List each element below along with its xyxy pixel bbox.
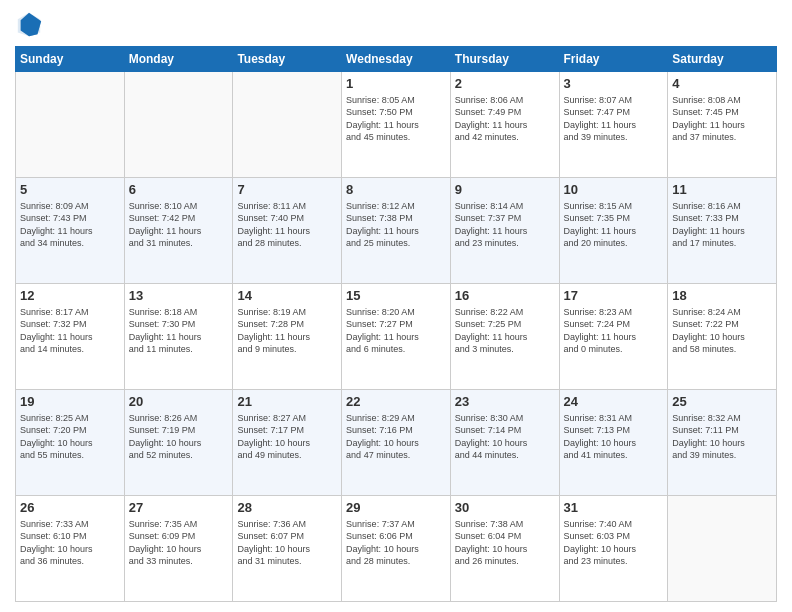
calendar-cell: 14Sunrise: 8:19 AM Sunset: 7:28 PM Dayli… <box>233 284 342 390</box>
day-info: Sunrise: 8:09 AM Sunset: 7:43 PM Dayligh… <box>20 200 120 250</box>
logo-icon <box>15 10 43 38</box>
calendar-cell: 8Sunrise: 8:12 AM Sunset: 7:38 PM Daylig… <box>342 178 451 284</box>
calendar-cell: 28Sunrise: 7:36 AM Sunset: 6:07 PM Dayli… <box>233 496 342 602</box>
day-info: Sunrise: 8:14 AM Sunset: 7:37 PM Dayligh… <box>455 200 555 250</box>
calendar-cell: 4Sunrise: 8:08 AM Sunset: 7:45 PM Daylig… <box>668 72 777 178</box>
calendar-cell: 13Sunrise: 8:18 AM Sunset: 7:30 PM Dayli… <box>124 284 233 390</box>
day-info: Sunrise: 8:05 AM Sunset: 7:50 PM Dayligh… <box>346 94 446 144</box>
day-number: 23 <box>455 393 555 411</box>
day-number: 11 <box>672 181 772 199</box>
day-info: Sunrise: 7:37 AM Sunset: 6:06 PM Dayligh… <box>346 518 446 568</box>
calendar-cell: 29Sunrise: 7:37 AM Sunset: 6:06 PM Dayli… <box>342 496 451 602</box>
day-info: Sunrise: 8:20 AM Sunset: 7:27 PM Dayligh… <box>346 306 446 356</box>
day-number: 25 <box>672 393 772 411</box>
day-info: Sunrise: 8:30 AM Sunset: 7:14 PM Dayligh… <box>455 412 555 462</box>
day-number: 26 <box>20 499 120 517</box>
calendar-cell: 10Sunrise: 8:15 AM Sunset: 7:35 PM Dayli… <box>559 178 668 284</box>
weekday-header-friday: Friday <box>559 47 668 72</box>
day-number: 21 <box>237 393 337 411</box>
day-info: Sunrise: 8:19 AM Sunset: 7:28 PM Dayligh… <box>237 306 337 356</box>
day-info: Sunrise: 8:16 AM Sunset: 7:33 PM Dayligh… <box>672 200 772 250</box>
weekday-header-wednesday: Wednesday <box>342 47 451 72</box>
page: SundayMondayTuesdayWednesdayThursdayFrid… <box>0 0 792 612</box>
calendar-table: SundayMondayTuesdayWednesdayThursdayFrid… <box>15 46 777 602</box>
calendar-cell: 16Sunrise: 8:22 AM Sunset: 7:25 PM Dayli… <box>450 284 559 390</box>
day-number: 27 <box>129 499 229 517</box>
day-number: 5 <box>20 181 120 199</box>
weekday-header-monday: Monday <box>124 47 233 72</box>
day-number: 18 <box>672 287 772 305</box>
calendar-cell: 18Sunrise: 8:24 AM Sunset: 7:22 PM Dayli… <box>668 284 777 390</box>
day-info: Sunrise: 8:32 AM Sunset: 7:11 PM Dayligh… <box>672 412 772 462</box>
header <box>15 10 777 38</box>
calendar-cell: 1Sunrise: 8:05 AM Sunset: 7:50 PM Daylig… <box>342 72 451 178</box>
calendar-cell: 3Sunrise: 8:07 AM Sunset: 7:47 PM Daylig… <box>559 72 668 178</box>
day-number: 22 <box>346 393 446 411</box>
week-row-3: 12Sunrise: 8:17 AM Sunset: 7:32 PM Dayli… <box>16 284 777 390</box>
day-info: Sunrise: 8:07 AM Sunset: 7:47 PM Dayligh… <box>564 94 664 144</box>
day-info: Sunrise: 8:17 AM Sunset: 7:32 PM Dayligh… <box>20 306 120 356</box>
day-number: 10 <box>564 181 664 199</box>
day-info: Sunrise: 7:40 AM Sunset: 6:03 PM Dayligh… <box>564 518 664 568</box>
calendar-cell <box>124 72 233 178</box>
day-number: 8 <box>346 181 446 199</box>
calendar-cell <box>233 72 342 178</box>
calendar-cell: 19Sunrise: 8:25 AM Sunset: 7:20 PM Dayli… <box>16 390 125 496</box>
calendar-cell: 26Sunrise: 7:33 AM Sunset: 6:10 PM Dayli… <box>16 496 125 602</box>
calendar-cell: 11Sunrise: 8:16 AM Sunset: 7:33 PM Dayli… <box>668 178 777 284</box>
day-info: Sunrise: 8:10 AM Sunset: 7:42 PM Dayligh… <box>129 200 229 250</box>
day-info: Sunrise: 8:23 AM Sunset: 7:24 PM Dayligh… <box>564 306 664 356</box>
day-number: 30 <box>455 499 555 517</box>
calendar-cell: 20Sunrise: 8:26 AM Sunset: 7:19 PM Dayli… <box>124 390 233 496</box>
calendar-cell: 7Sunrise: 8:11 AM Sunset: 7:40 PM Daylig… <box>233 178 342 284</box>
calendar-cell: 21Sunrise: 8:27 AM Sunset: 7:17 PM Dayli… <box>233 390 342 496</box>
calendar-cell: 31Sunrise: 7:40 AM Sunset: 6:03 PM Dayli… <box>559 496 668 602</box>
day-number: 28 <box>237 499 337 517</box>
calendar-cell <box>16 72 125 178</box>
calendar-cell: 5Sunrise: 8:09 AM Sunset: 7:43 PM Daylig… <box>16 178 125 284</box>
day-number: 4 <box>672 75 772 93</box>
calendar-cell: 9Sunrise: 8:14 AM Sunset: 7:37 PM Daylig… <box>450 178 559 284</box>
weekday-header-row: SundayMondayTuesdayWednesdayThursdayFrid… <box>16 47 777 72</box>
calendar-cell: 24Sunrise: 8:31 AM Sunset: 7:13 PM Dayli… <box>559 390 668 496</box>
day-number: 17 <box>564 287 664 305</box>
day-number: 31 <box>564 499 664 517</box>
day-info: Sunrise: 8:25 AM Sunset: 7:20 PM Dayligh… <box>20 412 120 462</box>
calendar-cell: 27Sunrise: 7:35 AM Sunset: 6:09 PM Dayli… <box>124 496 233 602</box>
calendar-cell: 30Sunrise: 7:38 AM Sunset: 6:04 PM Dayli… <box>450 496 559 602</box>
day-number: 3 <box>564 75 664 93</box>
calendar-cell: 25Sunrise: 8:32 AM Sunset: 7:11 PM Dayli… <box>668 390 777 496</box>
day-number: 12 <box>20 287 120 305</box>
day-number: 20 <box>129 393 229 411</box>
day-number: 6 <box>129 181 229 199</box>
week-row-1: 1Sunrise: 8:05 AM Sunset: 7:50 PM Daylig… <box>16 72 777 178</box>
weekday-header-thursday: Thursday <box>450 47 559 72</box>
weekday-header-tuesday: Tuesday <box>233 47 342 72</box>
day-info: Sunrise: 8:24 AM Sunset: 7:22 PM Dayligh… <box>672 306 772 356</box>
day-info: Sunrise: 8:18 AM Sunset: 7:30 PM Dayligh… <box>129 306 229 356</box>
day-info: Sunrise: 8:27 AM Sunset: 7:17 PM Dayligh… <box>237 412 337 462</box>
day-info: Sunrise: 8:31 AM Sunset: 7:13 PM Dayligh… <box>564 412 664 462</box>
day-info: Sunrise: 7:35 AM Sunset: 6:09 PM Dayligh… <box>129 518 229 568</box>
weekday-header-saturday: Saturday <box>668 47 777 72</box>
logo <box>15 10 47 38</box>
day-number: 9 <box>455 181 555 199</box>
day-info: Sunrise: 7:33 AM Sunset: 6:10 PM Dayligh… <box>20 518 120 568</box>
day-info: Sunrise: 8:26 AM Sunset: 7:19 PM Dayligh… <box>129 412 229 462</box>
day-number: 2 <box>455 75 555 93</box>
week-row-4: 19Sunrise: 8:25 AM Sunset: 7:20 PM Dayli… <box>16 390 777 496</box>
day-number: 24 <box>564 393 664 411</box>
day-number: 15 <box>346 287 446 305</box>
day-info: Sunrise: 8:15 AM Sunset: 7:35 PM Dayligh… <box>564 200 664 250</box>
day-number: 16 <box>455 287 555 305</box>
day-info: Sunrise: 8:12 AM Sunset: 7:38 PM Dayligh… <box>346 200 446 250</box>
day-info: Sunrise: 8:29 AM Sunset: 7:16 PM Dayligh… <box>346 412 446 462</box>
day-number: 29 <box>346 499 446 517</box>
day-number: 13 <box>129 287 229 305</box>
calendar-cell: 15Sunrise: 8:20 AM Sunset: 7:27 PM Dayli… <box>342 284 451 390</box>
weekday-header-sunday: Sunday <box>16 47 125 72</box>
day-info: Sunrise: 8:06 AM Sunset: 7:49 PM Dayligh… <box>455 94 555 144</box>
calendar-cell: 2Sunrise: 8:06 AM Sunset: 7:49 PM Daylig… <box>450 72 559 178</box>
calendar-cell: 6Sunrise: 8:10 AM Sunset: 7:42 PM Daylig… <box>124 178 233 284</box>
day-number: 14 <box>237 287 337 305</box>
